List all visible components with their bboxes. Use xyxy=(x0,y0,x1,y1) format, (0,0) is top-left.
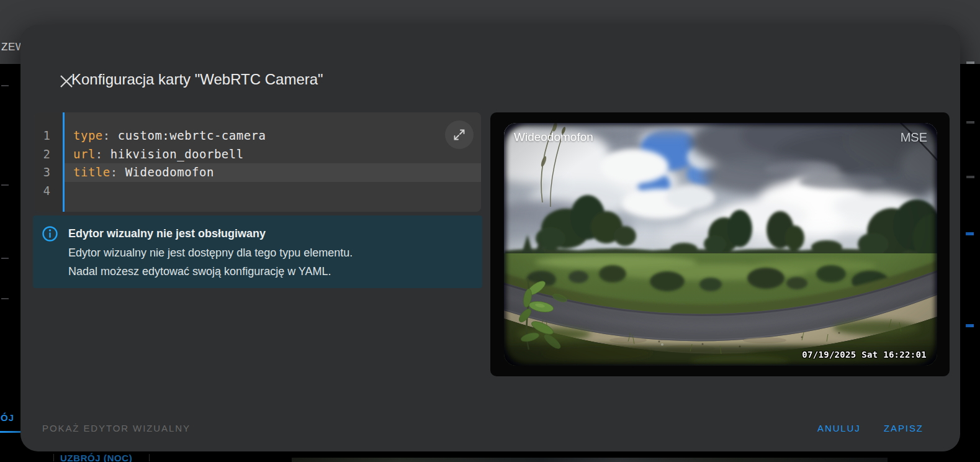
background-tab-fragment: ÓJ xyxy=(1,412,14,423)
editor-gutter: 1 2 3 4 xyxy=(34,112,63,212)
line-number: 2 xyxy=(34,145,63,164)
yaml-line-empty[interactable] xyxy=(65,182,481,201)
expand-editor-button[interactable] xyxy=(445,120,474,149)
line-number: 1 xyxy=(34,127,63,145)
visual-editor-alert: Edytor wizualny nie jest obsługiwany Edy… xyxy=(33,215,482,288)
yaml-line-active[interactable]: title:Wideodomofon xyxy=(65,163,481,182)
background-edge-dash xyxy=(966,121,974,124)
background-gridline xyxy=(1,184,9,186)
yaml-key: type xyxy=(73,129,103,142)
editor-code-area[interactable]: type:custom:webrtc-camera url:hikvision_… xyxy=(65,112,481,212)
yaml-key: title xyxy=(73,165,110,179)
yaml-line[interactable]: url:hikvision_doorbell xyxy=(65,145,481,164)
background-camera-sliver xyxy=(292,458,888,462)
yaml-colon: : xyxy=(110,165,118,179)
stream-type-badge: MSE xyxy=(901,130,927,145)
yaml-value: custom:webrtc-camera xyxy=(118,129,266,142)
card-config-dialog: Konfiguracja karty "WebRTC Camera" 1 2 3… xyxy=(20,25,960,451)
yaml-value: hikvision_doorbell xyxy=(110,147,244,161)
camera-name-overlay: Wideodomofon xyxy=(514,130,593,144)
background-edge-dash xyxy=(966,232,974,235)
save-button[interactable]: ZAPISZ xyxy=(884,423,924,433)
background-gridline xyxy=(1,258,9,259)
yaml-line[interactable]: type:custom:webrtc-camera xyxy=(65,127,481,145)
background-edge-dash xyxy=(966,176,974,178)
yaml-key: url xyxy=(73,147,96,161)
line-number: 3 xyxy=(34,163,63,182)
yaml-colon: : xyxy=(103,129,110,142)
background-bottom-tab-fragment: UZBRÓJ (NOC) xyxy=(60,453,132,462)
camera-timestamp: 07/19/2025 Sat 16:22:01 xyxy=(802,350,927,360)
background-gridline xyxy=(1,85,9,86)
show-visual-editor-button[interactable]: POKAŻ EDYTOR WIZUALNY xyxy=(42,423,191,433)
camera-preview-card: Wideodomofon MSE 07/19/2025 Sat 16:22:01 xyxy=(490,112,950,376)
alert-title: Edytor wizualny nie jest obsługiwany xyxy=(68,227,266,240)
cancel-button[interactable]: ANULUJ xyxy=(817,423,861,433)
background-divider xyxy=(53,454,54,461)
line-number: 4 xyxy=(34,182,63,201)
open-in-full-icon xyxy=(452,128,466,142)
info-icon xyxy=(42,225,58,242)
background-gridline xyxy=(1,298,9,299)
dialog-title: Konfiguracja karty "WebRTC Camera" xyxy=(71,71,323,88)
yaml-editor[interactable]: 1 2 3 4 type:custom:webrtc-camera url:hi… xyxy=(34,112,481,212)
camera-video[interactable]: Wideodomofon MSE 07/19/2025 Sat 16:22:01 xyxy=(504,123,937,366)
background-edge-dash xyxy=(966,324,974,327)
alert-text: Edytor wizualny nie jest dostępny dla te… xyxy=(68,247,353,260)
background-divider xyxy=(149,454,150,461)
alert-text: Nadal możesz edytować swoją konfigurację… xyxy=(68,265,331,278)
camera-scene xyxy=(504,123,937,366)
background-edge-dash xyxy=(966,61,974,64)
yaml-colon: : xyxy=(96,147,103,161)
yaml-value: Wideodomofon xyxy=(125,165,214,179)
